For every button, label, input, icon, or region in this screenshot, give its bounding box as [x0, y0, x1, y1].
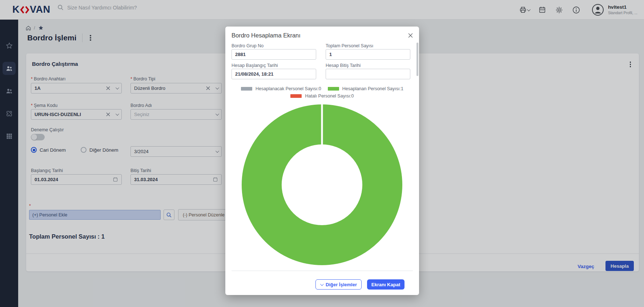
hesap-baslangic-input[interactable]: 21/08/2024, 18:21: [232, 69, 316, 79]
other-actions-button[interactable]: Diğer İşlemler: [315, 279, 362, 290]
close-screen-button[interactable]: Ekranı Kapat: [367, 279, 404, 290]
slice-gap: [321, 104, 323, 145]
hesap-bitis-input[interactable]: [326, 69, 410, 79]
legend-item-hesaplanacak[interactable]: Hesaplanacak Personel Sayısı:0: [241, 86, 321, 91]
hesap-baslangic-label: Hesap Başlangıç Tarihi: [232, 63, 278, 68]
close-icon: [408, 33, 413, 38]
legend-swatch-red: [290, 94, 302, 98]
bordro-hesaplama-modal: Bordro Hesaplama Ekranı Bordro Grup No 2…: [225, 27, 419, 295]
modal-footer-divider: [232, 271, 413, 271]
modal-title: Bordro Hesaplama Ekranı: [232, 32, 301, 39]
modal-toplam-input[interactable]: 1: [326, 49, 410, 60]
legend-item-hesaplanan[interactable]: Hesaplanan Personel Sayısı:1: [328, 86, 403, 91]
chart-legend-row-2: Hatalı Personel Sayısı:0: [225, 93, 419, 99]
legend-swatch-gray: [241, 87, 252, 91]
modal-close-button[interactable]: [407, 32, 414, 39]
hesap-bitis-label: Hesap Bitiş Tarihi: [326, 63, 361, 68]
grup-no-label: Bordro Grup No: [232, 43, 263, 48]
chart-legend-row-1: Hesaplanacak Personel Sayısı:0 Hesaplana…: [225, 86, 419, 91]
grup-no-input[interactable]: 2881: [232, 49, 316, 60]
chevron-down-icon: [320, 282, 324, 286]
modal-scrollbar-thumb[interactable]: [416, 43, 418, 76]
legend-item-hatali[interactable]: Hatalı Personel Sayısı:0: [290, 93, 354, 99]
donut-chart: [242, 104, 402, 265]
legend-swatch-green: [328, 87, 339, 91]
modal-toplam-label: Toplam Personel Sayısı: [326, 43, 373, 48]
app-root: K VAN: [0, 0, 644, 307]
